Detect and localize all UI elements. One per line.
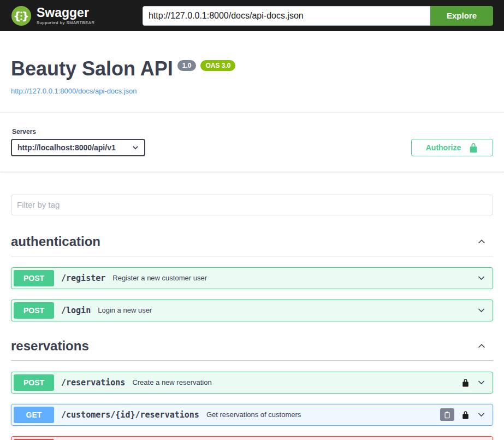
operation-summary-row[interactable]: DELETE /reservations/{id} Delete the res… <box>11 437 493 440</box>
servers-block: Servers http://localhost:8000/api/v1 <box>11 128 145 156</box>
clipboard-button[interactable] <box>440 408 454 421</box>
operation-summary: Get reservations of customers <box>206 410 301 419</box>
chevron-down-icon <box>477 410 486 419</box>
version-badge: 1.0 <box>177 60 197 71</box>
operation-summary: Login a new user <box>98 306 152 314</box>
operation-row: POST /login Login a new user <box>11 300 493 321</box>
operation-summary-row[interactable]: POST /register Register a new customer u… <box>11 268 493 289</box>
oas-badge: OAS 3.0 <box>200 60 235 71</box>
spec-url-form: Explore <box>116 6 493 26</box>
section-header[interactable]: reservations <box>11 332 493 361</box>
method-badge: POST <box>14 302 54 319</box>
swagger-logo-icon: { } <box>11 5 32 26</box>
operation-path: /customers/{id}/reservations <box>61 410 199 420</box>
operation-summary: Register a new customer user <box>112 274 207 282</box>
lock-icon <box>461 410 470 419</box>
expand-operation-button[interactable] <box>477 273 486 283</box>
lock-button[interactable] <box>461 410 470 419</box>
explore-button[interactable]: Explore <box>430 6 493 26</box>
chevron-up-icon <box>477 341 487 351</box>
operation-summary: Create a new reservation <box>132 378 211 386</box>
expand-operation-button[interactable] <box>477 378 486 387</box>
page-title: Beauty Salon API <box>11 58 173 79</box>
expand-operation-button[interactable] <box>477 410 486 419</box>
topbar: { } Swagger Supported by SMARTBEAR Explo… <box>0 0 504 31</box>
tag-section: reservations POST /reservations Create a… <box>0 332 504 440</box>
operations-list: POST /reservations Create a new reservat… <box>11 372 493 440</box>
collapse-section-button[interactable] <box>477 237 487 247</box>
swagger-logo-text: Swagger <box>37 7 94 19</box>
info-section: Beauty Salon API 1.0 OAS 3.0 http://127.… <box>0 31 504 113</box>
operations-sections: authentication POST /register Register a… <box>0 227 504 440</box>
chevron-down-icon <box>477 306 486 315</box>
chevron-down-icon <box>477 378 486 387</box>
svg-text:{: { <box>13 9 21 22</box>
svg-text:}: } <box>21 9 29 22</box>
section-header[interactable]: authentication <box>11 227 493 256</box>
lock-icon <box>461 378 470 387</box>
lock-button[interactable] <box>461 378 470 387</box>
authorize-button-label: Authorize <box>426 143 461 152</box>
section-title: reservations <box>11 338 89 354</box>
method-badge: POST <box>14 374 54 391</box>
operation-row: GET /customers/{id}/reservations Get res… <box>11 404 493 426</box>
operations-list: POST /register Register a new customer u… <box>11 267 493 321</box>
authorize-lock-icon <box>469 143 478 152</box>
operation-row: DELETE /reservations/{id} Delete the res… <box>11 436 493 440</box>
servers-label: Servers <box>12 128 145 136</box>
filter-section <box>0 172 504 223</box>
operation-path: /register <box>61 273 105 283</box>
spec-url-input[interactable] <box>143 6 430 26</box>
scheme-container: Servers http://localhost:8000/api/v1 Aut… <box>0 113 504 172</box>
tag-section: authentication POST /register Register a… <box>0 227 504 321</box>
operation-row: POST /reservations Create a new reservat… <box>11 372 493 394</box>
chevron-down-icon <box>477 273 486 283</box>
swagger-logo-link[interactable]: { } Swagger Supported by SMARTBEAR <box>11 5 94 26</box>
operation-path: /reservations <box>61 378 125 388</box>
operation-summary-row[interactable]: POST /login Login a new user <box>11 300 493 321</box>
collapse-section-button[interactable] <box>477 341 487 351</box>
filter-by-tag-input[interactable] <box>11 195 493 215</box>
server-select[interactable]: http://localhost:8000/api/v1 <box>11 139 145 156</box>
expand-operation-button[interactable] <box>477 306 486 315</box>
operation-summary-row[interactable]: POST /reservations Create a new reservat… <box>11 372 493 393</box>
chevron-up-icon <box>477 237 487 247</box>
clipboard-icon <box>443 411 451 419</box>
authorize-button[interactable]: Authorize <box>411 139 493 156</box>
operation-row: POST /register Register a new customer u… <box>11 267 493 289</box>
method-badge: GET <box>14 407 54 423</box>
operation-summary-row[interactable]: GET /customers/{id}/reservations Get res… <box>11 404 493 425</box>
smartbear-tagline: Supported by SMARTBEAR <box>37 21 94 25</box>
spec-link[interactable]: http://127.0.0.1:8000/docs/api-docs.json <box>11 87 137 95</box>
operation-path: /login <box>61 306 91 315</box>
section-title: authentication <box>11 234 100 249</box>
method-badge: POST <box>14 270 54 286</box>
